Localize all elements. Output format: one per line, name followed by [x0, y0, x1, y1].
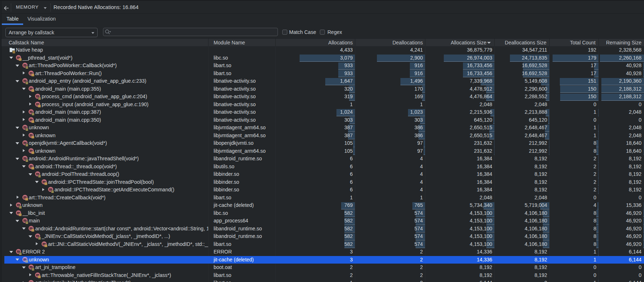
svg-text:m: m [30, 281, 33, 282]
